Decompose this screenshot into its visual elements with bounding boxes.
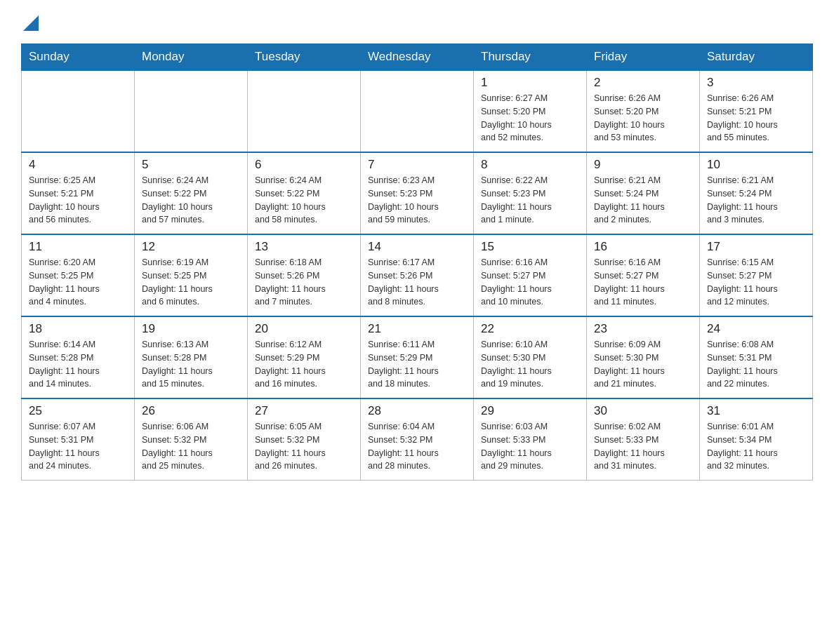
day-number: 20 [255, 322, 353, 336]
calendar-day-cell: 29Sunrise: 6:03 AM Sunset: 5:33 PM Dayli… [474, 398, 587, 481]
day-info: Sunrise: 6:04 AM Sunset: 5:32 PM Dayligh… [368, 420, 466, 473]
day-number: 26 [142, 404, 240, 418]
day-info: Sunrise: 6:24 AM Sunset: 5:22 PM Dayligh… [255, 174, 353, 227]
day-number: 11 [29, 240, 127, 254]
day-number: 3 [707, 76, 805, 90]
calendar-day-cell: 27Sunrise: 6:05 AM Sunset: 5:32 PM Dayli… [248, 398, 361, 481]
calendar-day-cell: 18Sunrise: 6:14 AM Sunset: 5:28 PM Dayli… [22, 316, 135, 398]
day-number: 9 [594, 158, 692, 172]
calendar-day-cell [22, 70, 135, 152]
page-header [21, 14, 813, 31]
day-number: 13 [255, 240, 353, 254]
day-info: Sunrise: 6:22 AM Sunset: 5:23 PM Dayligh… [481, 174, 579, 227]
day-number: 5 [142, 158, 240, 172]
svg-marker-0 [23, 15, 39, 31]
calendar-day-cell: 31Sunrise: 6:01 AM Sunset: 5:34 PM Dayli… [700, 398, 813, 481]
calendar-day-cell: 17Sunrise: 6:15 AM Sunset: 5:27 PM Dayli… [700, 234, 813, 316]
day-number: 23 [594, 322, 692, 336]
logo-triangle-icon [23, 15, 39, 31]
calendar-week-row: 18Sunrise: 6:14 AM Sunset: 5:28 PM Dayli… [22, 316, 813, 398]
col-header-saturday: Saturday [700, 44, 813, 71]
day-number: 19 [142, 322, 240, 336]
col-header-wednesday: Wednesday [361, 44, 474, 71]
day-info: Sunrise: 6:20 AM Sunset: 5:25 PM Dayligh… [29, 256, 127, 309]
day-info: Sunrise: 6:01 AM Sunset: 5:34 PM Dayligh… [707, 420, 805, 473]
calendar-day-cell: 9Sunrise: 6:21 AM Sunset: 5:24 PM Daylig… [587, 152, 700, 234]
day-info: Sunrise: 6:11 AM Sunset: 5:29 PM Dayligh… [368, 338, 466, 391]
calendar-day-cell: 1Sunrise: 6:27 AM Sunset: 5:20 PM Daylig… [474, 70, 587, 152]
day-number: 16 [594, 240, 692, 254]
day-info: Sunrise: 6:10 AM Sunset: 5:30 PM Dayligh… [481, 338, 579, 391]
calendar-day-cell: 10Sunrise: 6:21 AM Sunset: 5:24 PM Dayli… [700, 152, 813, 234]
calendar-day-cell: 2Sunrise: 6:26 AM Sunset: 5:20 PM Daylig… [587, 70, 700, 152]
day-info: Sunrise: 6:15 AM Sunset: 5:27 PM Dayligh… [707, 256, 805, 309]
calendar-day-cell: 19Sunrise: 6:13 AM Sunset: 5:28 PM Dayli… [135, 316, 248, 398]
day-number: 29 [481, 404, 579, 418]
calendar-day-cell: 6Sunrise: 6:24 AM Sunset: 5:22 PM Daylig… [248, 152, 361, 234]
day-info: Sunrise: 6:27 AM Sunset: 5:20 PM Dayligh… [481, 92, 579, 145]
day-number: 4 [29, 158, 127, 172]
day-info: Sunrise: 6:14 AM Sunset: 5:28 PM Dayligh… [29, 338, 127, 391]
day-info: Sunrise: 6:26 AM Sunset: 5:20 PM Dayligh… [594, 92, 692, 145]
day-info: Sunrise: 6:05 AM Sunset: 5:32 PM Dayligh… [255, 420, 353, 473]
day-number: 25 [29, 404, 127, 418]
calendar-day-cell: 5Sunrise: 6:24 AM Sunset: 5:22 PM Daylig… [135, 152, 248, 234]
calendar-day-cell: 25Sunrise: 6:07 AM Sunset: 5:31 PM Dayli… [22, 398, 135, 481]
calendar-day-cell: 14Sunrise: 6:17 AM Sunset: 5:26 PM Dayli… [361, 234, 474, 316]
day-number: 8 [481, 158, 579, 172]
day-number: 1 [481, 76, 579, 90]
calendar-week-row: 25Sunrise: 6:07 AM Sunset: 5:31 PM Dayli… [22, 398, 813, 481]
day-info: Sunrise: 6:02 AM Sunset: 5:33 PM Dayligh… [594, 420, 692, 473]
calendar-day-cell: 8Sunrise: 6:22 AM Sunset: 5:23 PM Daylig… [474, 152, 587, 234]
day-number: 24 [707, 322, 805, 336]
calendar-day-cell: 11Sunrise: 6:20 AM Sunset: 5:25 PM Dayli… [22, 234, 135, 316]
day-info: Sunrise: 6:21 AM Sunset: 5:24 PM Dayligh… [707, 174, 805, 227]
calendar-header-row: SundayMondayTuesdayWednesdayThursdayFrid… [22, 44, 813, 71]
day-info: Sunrise: 6:13 AM Sunset: 5:28 PM Dayligh… [142, 338, 240, 391]
col-header-sunday: Sunday [22, 44, 135, 71]
calendar-day-cell: 13Sunrise: 6:18 AM Sunset: 5:26 PM Dayli… [248, 234, 361, 316]
day-info: Sunrise: 6:17 AM Sunset: 5:26 PM Dayligh… [368, 256, 466, 309]
day-info: Sunrise: 6:16 AM Sunset: 5:27 PM Dayligh… [594, 256, 692, 309]
day-number: 17 [707, 240, 805, 254]
day-number: 28 [368, 404, 466, 418]
calendar-day-cell [135, 70, 248, 152]
day-number: 15 [481, 240, 579, 254]
day-number: 22 [481, 322, 579, 336]
day-info: Sunrise: 6:07 AM Sunset: 5:31 PM Dayligh… [29, 420, 127, 473]
calendar-day-cell: 26Sunrise: 6:06 AM Sunset: 5:32 PM Dayli… [135, 398, 248, 481]
day-number: 12 [142, 240, 240, 254]
calendar-day-cell: 21Sunrise: 6:11 AM Sunset: 5:29 PM Dayli… [361, 316, 474, 398]
day-info: Sunrise: 6:12 AM Sunset: 5:29 PM Dayligh… [255, 338, 353, 391]
day-info: Sunrise: 6:24 AM Sunset: 5:22 PM Dayligh… [142, 174, 240, 227]
day-number: 6 [255, 158, 353, 172]
calendar-day-cell: 3Sunrise: 6:26 AM Sunset: 5:21 PM Daylig… [700, 70, 813, 152]
day-info: Sunrise: 6:09 AM Sunset: 5:30 PM Dayligh… [594, 338, 692, 391]
day-info: Sunrise: 6:23 AM Sunset: 5:23 PM Dayligh… [368, 174, 466, 227]
day-number: 10 [707, 158, 805, 172]
logo [21, 14, 39, 31]
day-number: 2 [594, 76, 692, 90]
day-number: 21 [368, 322, 466, 336]
calendar-day-cell: 22Sunrise: 6:10 AM Sunset: 5:30 PM Dayli… [474, 316, 587, 398]
calendar-week-row: 4Sunrise: 6:25 AM Sunset: 5:21 PM Daylig… [22, 152, 813, 234]
calendar-day-cell: 16Sunrise: 6:16 AM Sunset: 5:27 PM Dayli… [587, 234, 700, 316]
day-info: Sunrise: 6:03 AM Sunset: 5:33 PM Dayligh… [481, 420, 579, 473]
calendar-day-cell: 23Sunrise: 6:09 AM Sunset: 5:30 PM Dayli… [587, 316, 700, 398]
col-header-tuesday: Tuesday [248, 44, 361, 71]
day-info: Sunrise: 6:21 AM Sunset: 5:24 PM Dayligh… [594, 174, 692, 227]
calendar-day-cell: 28Sunrise: 6:04 AM Sunset: 5:32 PM Dayli… [361, 398, 474, 481]
calendar-week-row: 1Sunrise: 6:27 AM Sunset: 5:20 PM Daylig… [22, 70, 813, 152]
calendar-day-cell [361, 70, 474, 152]
calendar-day-cell: 12Sunrise: 6:19 AM Sunset: 5:25 PM Dayli… [135, 234, 248, 316]
day-info: Sunrise: 6:26 AM Sunset: 5:21 PM Dayligh… [707, 92, 805, 145]
day-info: Sunrise: 6:08 AM Sunset: 5:31 PM Dayligh… [707, 338, 805, 391]
col-header-friday: Friday [587, 44, 700, 71]
day-number: 18 [29, 322, 127, 336]
col-header-monday: Monday [135, 44, 248, 71]
calendar-day-cell: 4Sunrise: 6:25 AM Sunset: 5:21 PM Daylig… [22, 152, 135, 234]
calendar-day-cell: 20Sunrise: 6:12 AM Sunset: 5:29 PM Dayli… [248, 316, 361, 398]
day-number: 31 [707, 404, 805, 418]
calendar-day-cell: 7Sunrise: 6:23 AM Sunset: 5:23 PM Daylig… [361, 152, 474, 234]
day-info: Sunrise: 6:18 AM Sunset: 5:26 PM Dayligh… [255, 256, 353, 309]
